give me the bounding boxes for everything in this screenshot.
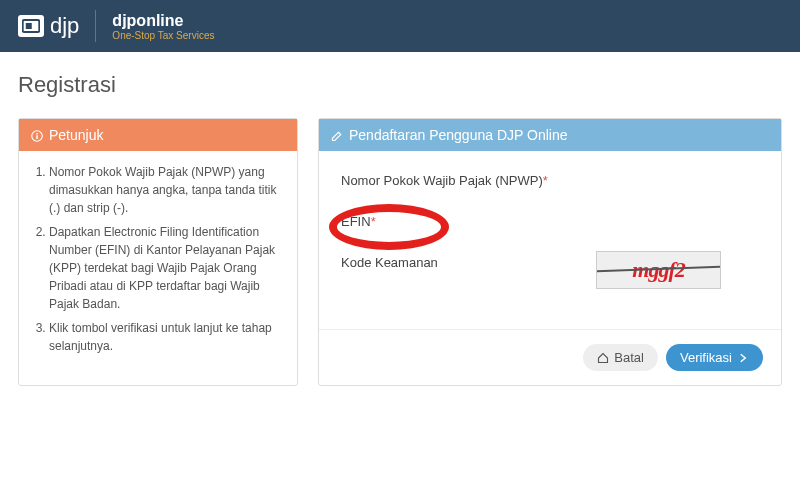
captcha-label: Kode Keamanan — [341, 255, 438, 270]
npwp-label: Nomor Pokok Wajib Pajak (NPWP) — [341, 173, 543, 188]
verify-button[interactable]: Verifikasi — [666, 344, 763, 371]
instructions-body: Nomor Pokok Wajib Pajak (NPWP) yang dima… — [19, 151, 297, 373]
form-title: Pendaftaran Pengguna DJP Online — [349, 127, 567, 143]
instructions-panel: Petunjuk Nomor Pokok Wajib Pajak (NPWP) … — [18, 118, 298, 386]
required-mark: * — [371, 214, 376, 229]
captcha-image: mggf2 — [596, 251, 721, 289]
verify-label: Verifikasi — [680, 350, 732, 365]
cancel-button[interactable]: Batal — [583, 344, 658, 371]
home-icon — [597, 352, 609, 364]
edit-icon — [331, 129, 343, 141]
instruction-item: Nomor Pokok Wajib Pajak (NPWP) yang dima… — [49, 163, 283, 217]
svg-rect-1 — [26, 23, 32, 29]
chevron-right-icon — [737, 352, 749, 364]
brand-subtitle: One-Stop Tax Services — [112, 30, 214, 41]
logo: djp — [18, 13, 79, 39]
form-footer: Batal Verifikasi — [319, 329, 781, 385]
field-captcha: Kode Keamanan mggf2 — [341, 251, 759, 289]
brand-title: djponline — [112, 12, 214, 30]
efin-label: EFIN — [341, 214, 371, 229]
instructions-header: Petunjuk — [19, 119, 297, 151]
logo-text: djp — [50, 13, 79, 39]
svg-rect-4 — [36, 133, 38, 135]
cancel-label: Batal — [614, 350, 644, 365]
required-mark: * — [543, 173, 548, 188]
registration-panel: Pendaftaran Pengguna DJP Online Nomor Po… — [318, 118, 782, 386]
brand: djponline One-Stop Tax Services — [112, 12, 214, 41]
instruction-item: Klik tombol verifikasi untuk lanjut ke t… — [49, 319, 283, 355]
info-icon — [31, 129, 43, 141]
instruction-item: Dapatkan Electronic Filing Identificatio… — [49, 223, 283, 313]
page-title: Registrasi — [18, 72, 782, 98]
instructions-title: Petunjuk — [49, 127, 103, 143]
field-efin: EFIN* — [341, 210, 759, 229]
app-header: djp djponline One-Stop Tax Services — [0, 0, 800, 52]
form-header: Pendaftaran Pengguna DJP Online — [319, 119, 781, 151]
field-npwp: Nomor Pokok Wajib Pajak (NPWP)* — [341, 169, 759, 188]
divider — [95, 10, 96, 42]
logo-icon — [18, 15, 44, 37]
svg-rect-3 — [36, 135, 38, 139]
